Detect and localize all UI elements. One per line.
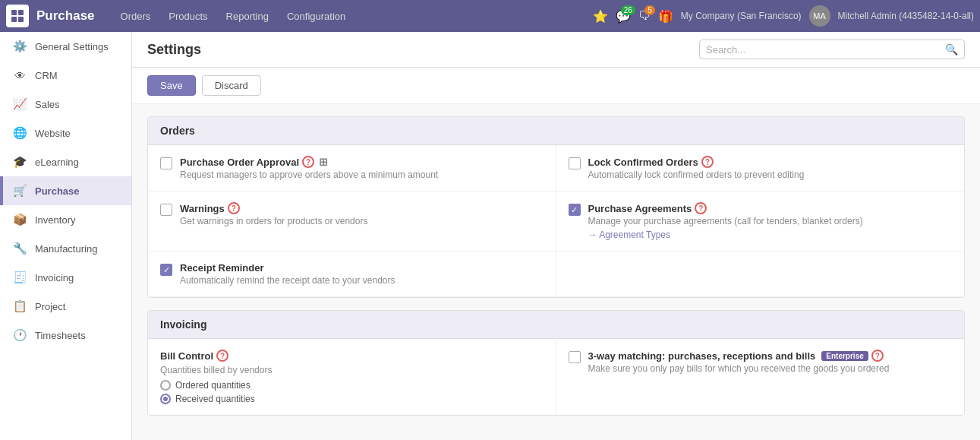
- nav-reporting[interactable]: Reporting: [219, 8, 276, 25]
- orders-grid: Purchase Order Approval ? ⊞ Request mana…: [148, 145, 964, 297]
- ordered-quantities-label: Ordered quantities: [175, 380, 251, 391]
- setting-lock-confirmed-orders: Lock Confirmed Orders ? Automatically lo…: [556, 145, 965, 192]
- radio-received-quantities: Received quantities: [160, 394, 544, 404]
- orders-section-header: Orders: [148, 117, 964, 145]
- discuss-badge: 26: [621, 5, 635, 15]
- setting-title: Bill Control ?: [160, 350, 544, 362]
- sidebar-label: Invoicing: [35, 272, 74, 283]
- sidebar-item-purchase[interactable]: 🛒 Purchase: [0, 176, 131, 205]
- lock-confirmed-orders-checkbox[interactable]: [569, 157, 581, 169]
- purchase-agreements-help-icon[interactable]: ?: [695, 202, 707, 214]
- empty-cell: [556, 252, 965, 297]
- bill-control-title-text: Bill Control: [160, 350, 213, 362]
- setting-content: 3-way matching: purchases, receptions an…: [588, 350, 953, 374]
- sidebar-item-sales[interactable]: 📈 Sales: [0, 90, 131, 119]
- purchase-order-approval-checkbox[interactable]: [160, 157, 172, 169]
- app-name: Purchase: [36, 8, 95, 24]
- project-icon: 📋: [12, 299, 27, 314]
- setting-title: Purchase Agreements ?: [588, 202, 953, 214]
- sidebar-label: CRM: [35, 70, 58, 81]
- received-quantities-radio[interactable]: [160, 394, 171, 404]
- received-quantities-label: Received quantities: [175, 394, 255, 404]
- sidebar-item-invoicing[interactable]: 🧾 Invoicing: [0, 263, 131, 292]
- message-badge: 5: [644, 5, 655, 15]
- inventory-icon: 📦: [12, 212, 27, 227]
- user-avatar[interactable]: MA: [809, 5, 830, 27]
- main-header: Settings 🔍: [132, 32, 980, 68]
- lock-confirmed-help-icon[interactable]: ?: [701, 156, 714, 168]
- nav-orders[interactable]: Orders: [113, 8, 159, 25]
- search-bar: 🔍: [699, 40, 965, 59]
- nav-configuration[interactable]: Configuration: [279, 8, 353, 25]
- warnings-checkbox[interactable]: [160, 204, 172, 216]
- sidebar-item-inventory[interactable]: 📦 Inventory: [0, 205, 131, 234]
- radio-ordered-quantities: Ordered quantities: [160, 380, 544, 391]
- user-name: Mitchell Admin (4435482-14-0-all): [838, 11, 974, 21]
- purchase-order-approval-help-icon[interactable]: ?: [302, 156, 314, 168]
- setting-desc: Manage your purchase agreements (call fo…: [588, 216, 953, 226]
- setting-3way-matching: 3-way matching: purchases, receptions an…: [556, 339, 965, 415]
- sidebar-item-timesheets[interactable]: 🕐 Timesheets: [0, 321, 131, 350]
- sidebar-item-website[interactable]: 🌐 Website: [0, 119, 131, 147]
- sidebar-item-crm[interactable]: 👁 CRM: [0, 61, 131, 90]
- setting-title: Warnings ?: [180, 202, 544, 214]
- message-icon[interactable]: 🗨 5: [638, 9, 651, 23]
- table-icon[interactable]: ⊞: [319, 156, 328, 168]
- setting-title: Receipt Reminder: [180, 262, 544, 274]
- sidebar-label: Purchase: [35, 185, 80, 197]
- gear-icon: ⚙️: [12, 39, 27, 54]
- crm-icon: 👁: [12, 68, 27, 83]
- elearning-icon: 🎓: [12, 154, 27, 169]
- main-content: Settings 🔍 Save Discard Orders: [132, 32, 980, 440]
- page-title: Settings: [147, 42, 201, 58]
- setting-title-text: Lock Confirmed Orders: [588, 157, 698, 168]
- sidebar-label: Timesheets: [35, 330, 86, 341]
- save-button[interactable]: Save: [147, 75, 196, 96]
- nav-products[interactable]: Products: [161, 8, 215, 25]
- setting-desc: Get warnings in orders for products or v…: [180, 216, 544, 226]
- agreement-types-link[interactable]: → Agreement Types: [588, 229, 953, 240]
- setting-title-text: Purchase Order Approval: [180, 157, 299, 168]
- invoicing-grid: Bill Control ? Quantities billed by vend…: [148, 339, 964, 415]
- sidebar-item-manufacturing[interactable]: 🔧 Manufacturing: [0, 234, 131, 263]
- topbar-right: ⭐ 💬 26 🗨 5 🎁 My Company (San Francisco) …: [593, 5, 974, 27]
- calendar-icon[interactable]: 🎁: [658, 9, 673, 24]
- discuss-icon[interactable]: 💬 26: [616, 9, 631, 24]
- setting-title-text: Receipt Reminder: [180, 262, 264, 274]
- sidebar-label: Project: [35, 301, 65, 312]
- warnings-help-icon[interactable]: ?: [228, 202, 240, 214]
- purchase-agreements-checkbox[interactable]: [569, 204, 581, 216]
- sidebar-label: eLearning: [35, 157, 79, 168]
- sidebar-item-general-settings[interactable]: ⚙️ General Settings: [0, 32, 131, 61]
- discard-button[interactable]: Discard: [202, 75, 261, 96]
- invoicing-icon: 🧾: [12, 270, 27, 285]
- sales-icon: 📈: [12, 97, 27, 112]
- sidebar-item-project[interactable]: 📋 Project: [0, 292, 131, 321]
- receipt-reminder-checkbox[interactable]: [160, 264, 172, 276]
- setting-content: Warnings ? Get warnings in orders for pr…: [180, 202, 544, 226]
- setting-content: Lock Confirmed Orders ? Automatically lo…: [588, 156, 953, 180]
- 3way-desc: Make sure you only pay bills for which y…: [588, 363, 953, 374]
- 3way-matching-checkbox[interactable]: [569, 351, 581, 363]
- setting-title: Purchase Order Approval ? ⊞: [180, 156, 544, 168]
- search-input[interactable]: [706, 44, 945, 55]
- bill-control-help-icon[interactable]: ?: [216, 350, 228, 362]
- content-area: Orders Purchase Order Approval ? ⊞: [132, 116, 980, 431]
- setting-desc: Request managers to approve orders above…: [180, 169, 544, 180]
- 3way-help-icon[interactable]: ?: [871, 350, 884, 362]
- gift-icon[interactable]: ⭐: [593, 9, 608, 24]
- setting-desc: Automatically remind the receipt date to…: [180, 275, 544, 286]
- app-logo[interactable]: [6, 5, 29, 27]
- sidebar-label: General Settings: [35, 41, 109, 52]
- ordered-quantities-radio[interactable]: [160, 380, 171, 391]
- purchase-icon: 🛒: [12, 183, 27, 198]
- sidebar-item-elearning[interactable]: 🎓 eLearning: [0, 147, 131, 176]
- 3way-title-text: 3-way matching: purchases, receptions an…: [588, 350, 816, 362]
- setting-title-text: Warnings: [180, 203, 225, 214]
- sidebar-label: Website: [35, 128, 71, 139]
- timesheets-icon: 🕐: [12, 328, 27, 343]
- setting-bill-control: Bill Control ? Quantities billed by vend…: [148, 339, 556, 415]
- invoicing-section-header: Invoicing: [148, 311, 964, 339]
- sidebar-label: Inventory: [35, 214, 75, 226]
- setting-title: Lock Confirmed Orders ?: [588, 156, 953, 168]
